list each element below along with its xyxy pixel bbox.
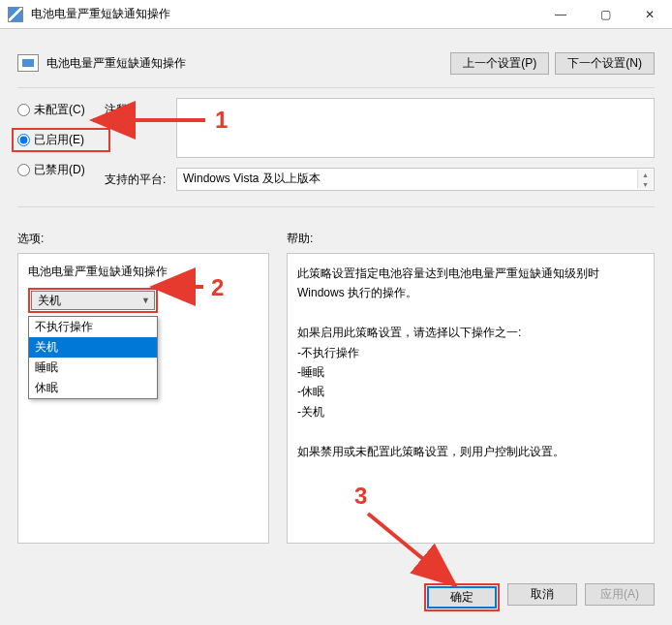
options-caption: 电池电量严重短缺通知操作 <box>28 264 259 280</box>
dropdown-option[interactable]: 睡眠 <box>29 358 157 378</box>
platform-label: 支持的平台: <box>105 168 168 191</box>
dropdown-list: 不执行操作 关机 睡眠 休眠 <box>28 316 158 399</box>
policy-icon <box>17 54 39 72</box>
titlebar: 电池电量严重短缺通知操作 — ▢ ✕ <box>0 0 672 29</box>
radio-unconfigured[interactable]: 未配置(C) <box>17 102 105 118</box>
help-line <box>297 303 644 323</box>
app-icon <box>8 7 23 22</box>
help-line: -休眠 <box>297 382 644 401</box>
comment-textarea[interactable] <box>176 98 655 158</box>
radio-enabled[interactable]: 已启用(E) <box>17 132 105 148</box>
help-line: -不执行操作 <box>297 343 644 362</box>
dropdown-value: 关机 <box>38 293 61 309</box>
help-line: -关机 <box>297 402 644 422</box>
close-button[interactable]: ✕ <box>627 0 672 29</box>
window-title: 电池电量严重短缺通知操作 <box>31 6 170 22</box>
options-label: 选项: <box>17 231 287 247</box>
options-pane: 电池电量严重短缺通知操作 关机 ▼ 不执行操作 关机 睡眠 休眠 <box>17 253 269 544</box>
help-line <box>297 422 644 441</box>
help-pane: 此策略设置指定电池容量达到电池电量严重短缺通知级别时 Windows 执行的操作… <box>287 253 655 544</box>
prev-setting-button[interactable]: 上一个设置(P) <box>450 52 549 75</box>
ok-button[interactable]: 确定 <box>427 586 497 609</box>
apply-button[interactable]: 应用(A) <box>585 583 655 606</box>
help-line: 如果禁用或未配置此策略设置，则用户控制此设置。 <box>297 442 644 461</box>
spin-down-icon[interactable]: ▼ <box>637 179 653 189</box>
help-line: 如果启用此策略设置，请选择以下操作之一: <box>297 323 644 342</box>
next-setting-button[interactable]: 下一个设置(N) <box>555 52 655 75</box>
dropdown-option[interactable]: 休眠 <box>29 378 157 398</box>
divider <box>17 87 655 88</box>
minimize-button[interactable]: — <box>538 0 583 29</box>
divider <box>17 206 655 207</box>
dropdown-option[interactable]: 关机 <box>29 337 157 358</box>
radio-disabled[interactable]: 已禁用(D) <box>17 162 105 178</box>
action-dropdown[interactable]: 关机 ▼ <box>31 291 155 310</box>
spin-up-icon[interactable]: ▲ <box>637 170 653 179</box>
comment-label: 注释: <box>105 98 168 158</box>
help-line: -睡眠 <box>297 362 644 382</box>
help-label: 帮助: <box>287 231 313 247</box>
platform-field: Windows Vista 及以上版本 ▲▼ <box>176 168 655 191</box>
maximize-button[interactable]: ▢ <box>583 0 627 29</box>
policy-dialog: 电池电量严重短缺通知操作 — ▢ ✕ 电池电量严重短缺通知操作 上一个设置(P)… <box>0 0 672 625</box>
chevron-down-icon: ▼ <box>141 296 150 305</box>
platform-value: Windows Vista 及以上版本 <box>183 172 321 185</box>
dropdown-option[interactable]: 不执行操作 <box>29 317 157 337</box>
header-title: 电池电量严重短缺通知操作 <box>46 55 186 72</box>
cancel-button[interactable]: 取消 <box>507 583 577 606</box>
help-line: 此策略设置指定电池容量达到电池电量严重短缺通知级别时 Windows 执行的操作… <box>297 264 644 303</box>
